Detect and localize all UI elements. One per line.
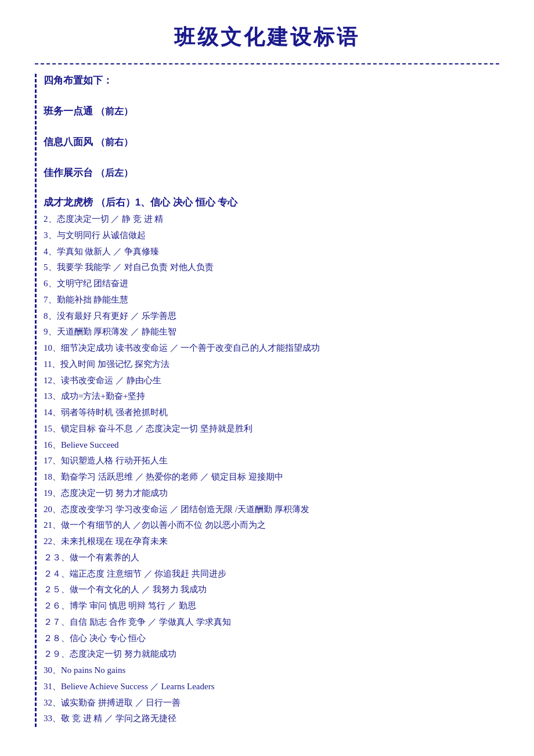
page-title: 班级文化建设标语 — [35, 23, 499, 52]
list-item: 31、Believe Achieve Success ／ Learns Lead… — [44, 679, 499, 695]
section-zuozhan: 佳作展示台 （后左） — [44, 166, 499, 179]
list-item: ２５、做一个有文化的人 ／ 我努力 我成功 — [44, 582, 499, 598]
list-item: 4、学真知 做新人 ／ 争真修臻 — [44, 244, 499, 260]
list-item: 19、态度决定一切 努力才能成功 — [44, 485, 499, 502]
chengren-inline: 1、信心 决心 恒心 专心 — [135, 197, 238, 208]
list-item: ２３、做一个有素养的人 — [44, 550, 499, 566]
list-item: 7、勤能补拙 静能生慧 — [44, 292, 499, 308]
list-item: ２６、博学 审问 慎思 明辩 笃行 ／ 勤思 — [44, 598, 499, 614]
list-item: 33、敬 竞 进 精 ／ 学问之路无捷径 — [44, 711, 499, 727]
title-divider — [35, 63, 499, 64]
list-item: ２７、自信 励志 合作 竞争 ／ 学做真人 学求真知 — [44, 614, 499, 631]
list-item: 3、与文明同行 从诚信做起 — [44, 228, 499, 244]
list-item: 20、态度改变学习 学习改变命运 ／ 团结创造无限 /天道酬勤 厚积薄发 — [44, 502, 499, 518]
content-area: 四角布置如下： 班务一点通 （前左） 信息八面风 （前右） 佳作展示台 （后左）… — [35, 74, 499, 727]
section-chengren: 成才龙虎榜 （后右）1、信心 决心 恒心 专心 — [44, 196, 499, 209]
banwu-label: 班务一点通 — [44, 106, 93, 117]
list-item: 6、文明守纪 团结奋进 — [44, 276, 499, 292]
list-item: 5、我要学 我能学 ／ 对自己负责 对他人负责 — [44, 260, 499, 276]
list-item: 18、勤奋学习 活跃思维 ／ 热爱你的老师 ／ 锁定目标 迎接期中 — [44, 469, 499, 485]
section-intro: 四角布置如下： — [44, 74, 499, 87]
chengren-pos: （后右） — [96, 197, 135, 208]
items-list: 2、态度决定一切 ／ 静 竞 进 精3、与文明同行 从诚信做起4、学真知 做新人… — [44, 211, 499, 727]
list-item: ２９、态度决定一切 努力就能成功 — [44, 646, 499, 663]
list-item: 13、成功=方法+勤奋+坚持 — [44, 388, 499, 405]
section-xinxi: 信息八面风 （前右） — [44, 135, 499, 149]
list-item: 15、锁定目标 奋斗不息 ／ 态度决定一切 坚持就是胜利 — [44, 421, 499, 437]
xinxi-pos: （前右） — [96, 137, 133, 147]
xinxi-label: 信息八面风 — [44, 136, 93, 147]
zuozhan-label: 佳作展示台 — [44, 167, 93, 178]
list-item: 8、没有最好 只有更好 ／ 乐学善思 — [44, 308, 499, 325]
list-item: 14、弱者等待时机 强者抢抓时机 — [44, 405, 499, 421]
list-item: 22、未来扎根现在 现在孕育未来 — [44, 534, 499, 550]
list-item: 12、读书改变命运 ／ 静由心生 — [44, 373, 499, 389]
zuozhan-pos: （后左） — [96, 168, 133, 178]
list-item: 21、做一个有细节的人 ／勿以善小而不位 勿以恶小而为之 — [44, 517, 499, 534]
chengren-label: 成才龙虎榜 — [44, 197, 93, 208]
list-item: 16、Believe Succeed — [44, 437, 499, 453]
list-item: ２８、信心 决心 专心 恒心 — [44, 631, 499, 647]
list-item: 32、诚实勤奋 拼搏进取 ／ 日行一善 — [44, 695, 499, 711]
list-item: 30、No pains No gains — [44, 663, 499, 679]
list-item: 2、态度决定一切 ／ 静 竞 进 精 — [44, 211, 499, 228]
list-item: 9、天道酬勤 厚积薄发 ／ 静能生智 — [44, 324, 499, 340]
section-banwu: 班务一点通 （前左） — [44, 105, 499, 118]
list-item: ２４、端正态度 注意细节 ／ 你追我赶 共同进步 — [44, 566, 499, 582]
banwu-pos: （前左） — [96, 106, 133, 116]
intro-text: 四角布置如下： — [44, 75, 113, 86]
list-item: 11、投入时间 加强记忆 探究方法 — [44, 357, 499, 373]
list-item: 17、知识塑造人格 行动开拓人生 — [44, 453, 499, 469]
list-item: 10、细节决定成功 读书改变命运 ／ 一个善于改变自己的人才能指望成功 — [44, 340, 499, 357]
